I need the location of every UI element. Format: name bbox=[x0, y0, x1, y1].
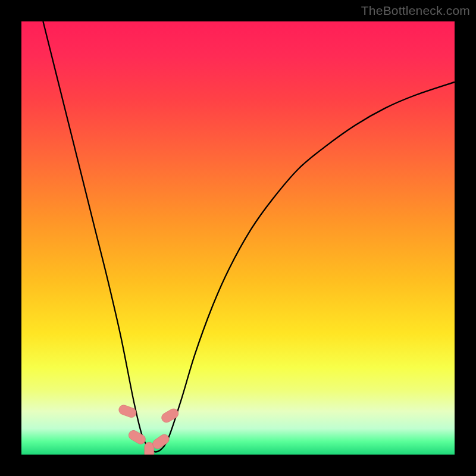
plot-area bbox=[21, 21, 455, 455]
watermark-label: TheBottleneck.com bbox=[361, 4, 470, 18]
curve-markers bbox=[118, 404, 180, 455]
curve-marker bbox=[160, 407, 180, 424]
curve-marker bbox=[145, 442, 154, 455]
bottleneck-curve-path bbox=[43, 21, 455, 452]
chart-frame: TheBottleneck.com bbox=[0, 0, 476, 476]
curve-marker bbox=[127, 428, 147, 446]
curve-layer bbox=[21, 21, 455, 455]
